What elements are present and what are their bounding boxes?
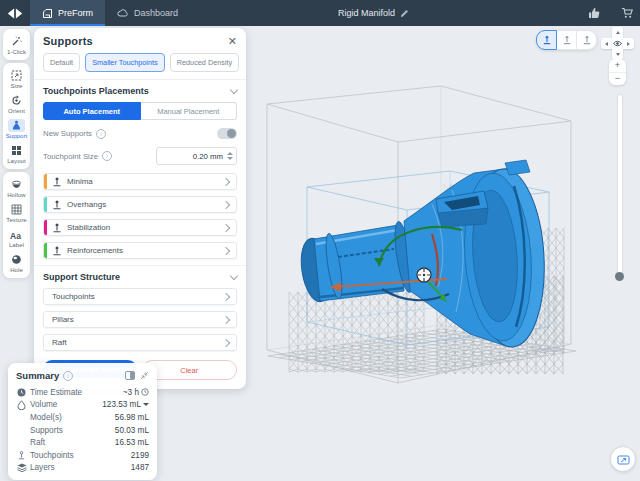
preset-default[interactable]: Default	[43, 53, 80, 72]
zoom-out-button[interactable]: −	[609, 73, 626, 86]
summary-label: Time Estimate	[30, 388, 82, 397]
printed-model[interactable]	[297, 160, 548, 349]
screenshot-button[interactable]	[610, 446, 636, 472]
sidebar-item-layout[interactable]: Layout	[3, 141, 30, 166]
summary-value: ~3 h	[123, 388, 139, 397]
summary-label: Model(s)	[30, 413, 62, 422]
divider	[34, 79, 246, 80]
tab-preform-label: PreForm	[58, 8, 93, 18]
touchpoint-view-icon	[562, 35, 572, 45]
magic-wand-icon	[8, 35, 25, 48]
summary-row-models: Model(s) 56.98 mL	[16, 411, 149, 424]
overhangs-row[interactable]: Overhangs	[43, 196, 237, 213]
formlabs-logo-icon	[0, 0, 30, 26]
stepper-down-icon[interactable]	[227, 157, 233, 160]
chevron-right-icon	[222, 223, 230, 231]
view-mode-2-button[interactable]	[556, 30, 577, 50]
touchpoint-size-input[interactable]: 0.20 mm	[156, 147, 237, 165]
toolbar-group-1: 1-Click	[3, 29, 30, 60]
touchpoints-placements-header[interactable]: Touchpoints Placements	[43, 86, 237, 96]
support-presets: Default Smaller Touchpoints Reduced Dens…	[43, 53, 237, 72]
toolbar-group-2: Size Orient Support Layout	[3, 63, 30, 169]
auto-placement-button[interactable]: Auto Placement	[43, 102, 141, 120]
layer-slider-thumb[interactable]	[615, 272, 624, 281]
summary-row-supports: Supports 50.03 mL	[16, 424, 149, 437]
stabilization-row[interactable]: Stabilization	[43, 219, 237, 236]
summary-label: Volume	[30, 400, 57, 409]
texture-icon	[8, 203, 25, 216]
sidebar-item-label[interactable]: Aa Label	[3, 225, 30, 250]
tool-sidebar: 1-Click Size Orient Support	[3, 29, 30, 278]
view-mode-touchpoints-button[interactable]	[536, 30, 557, 50]
info-icon: i	[63, 371, 73, 381]
sidebar-item-one-click[interactable]: 1-Click	[3, 32, 30, 57]
tab-preform[interactable]: PreForm	[30, 0, 105, 26]
preset-reduced-density[interactable]: Reduced Density	[170, 53, 240, 72]
top-bar: PreForm Dashboard Rigid Manifold	[0, 0, 640, 26]
chevron-right-icon	[222, 246, 230, 254]
sidebar-item-texture[interactable]: Texture	[3, 200, 30, 225]
orient-icon	[8, 94, 25, 107]
collapse-panel-icon[interactable]	[140, 371, 149, 380]
sidebar-item-size[interactable]: Size	[3, 66, 30, 91]
summary-row-layers: Layers 1487	[16, 462, 149, 475]
tool-label: Texture	[6, 217, 26, 223]
cloud-icon	[117, 8, 129, 18]
volume-dropdown[interactable]: 123.53 mL	[102, 400, 149, 409]
pillars-row[interactable]: Pillars	[43, 311, 237, 328]
stabilization-color-bar	[44, 220, 47, 235]
rotate-right-button[interactable]	[623, 38, 634, 49]
viewport-3d[interactable]	[230, 26, 640, 481]
thumbs-up-icon[interactable]	[588, 7, 601, 19]
manual-placement-button[interactable]: Manual Placement	[141, 102, 238, 120]
rotate-left-button[interactable]	[601, 38, 612, 49]
summary-label: Layers	[30, 463, 55, 472]
tool-label: Size	[10, 83, 22, 89]
stepper-up-icon[interactable]	[227, 152, 233, 155]
new-supports-toggle[interactable]	[217, 128, 237, 139]
close-icon[interactable]: ✕	[228, 36, 237, 46]
sidebar-item-hole[interactable]: Hole	[3, 250, 30, 275]
edit-title-pencil-icon[interactable]	[400, 9, 409, 18]
rotate-up-button[interactable]	[612, 27, 623, 38]
chevron-right-icon	[222, 338, 230, 346]
reinforcements-row[interactable]: Reinforcements	[43, 242, 237, 259]
cart-icon[interactable]	[621, 7, 634, 19]
small-clock-icon	[141, 388, 149, 396]
summary-label: Raft	[30, 438, 45, 447]
preset-smaller-touchpoints[interactable]: Smaller Touchpoints	[85, 53, 165, 72]
view-home-button[interactable]	[612, 38, 623, 49]
tab-dashboard-label: Dashboard	[134, 8, 178, 18]
panel-toggle-icon[interactable]	[125, 371, 135, 380]
chevron-down-icon	[230, 272, 238, 280]
divider	[34, 265, 246, 266]
touchpoint-size-value: 0.20 mm	[193, 152, 223, 161]
svg-text:Aa: Aa	[10, 230, 21, 240]
supports-panel-title: Supports	[43, 35, 93, 47]
raft-row[interactable]: Raft	[43, 334, 237, 351]
touchpoint-view-icon	[582, 35, 592, 45]
support-view-mode-group	[536, 30, 597, 50]
sidebar-item-support[interactable]: Support	[3, 116, 30, 141]
view-mode-3-button[interactable]	[576, 30, 597, 50]
layer-slider-track[interactable]	[618, 95, 622, 277]
row-label: Touchpoints	[52, 292, 95, 301]
zoom-in-button[interactable]: +	[609, 59, 626, 73]
support-structure-header[interactable]: Support Structure	[43, 272, 237, 282]
summary-row-time: Time Estimate ~3 h	[16, 386, 149, 399]
size-stepper[interactable]	[227, 152, 233, 160]
summary-label: Supports	[30, 426, 63, 435]
label-aa-icon: Aa	[8, 228, 25, 241]
view-navigation-pad	[601, 27, 634, 60]
sidebar-item-hollow[interactable]: Hollow	[3, 175, 30, 200]
touchpoints-row[interactable]: Touchpoints	[43, 288, 237, 305]
placement-mode-segmented: Auto Placement Manual Placement	[43, 102, 237, 120]
summary-title: Summary	[16, 370, 59, 381]
tab-dashboard[interactable]: Dashboard	[105, 0, 190, 26]
summary-value: 2199	[131, 451, 149, 460]
sidebar-item-orient[interactable]: Orient	[3, 91, 30, 116]
minima-row[interactable]: Minima	[43, 173, 237, 190]
summary-value: 50.03 mL	[115, 426, 149, 435]
preform-window: PreForm Dashboard Rigid Manifold	[0, 0, 640, 481]
summary-row-volume: Volume 123.53 mL	[16, 399, 149, 412]
